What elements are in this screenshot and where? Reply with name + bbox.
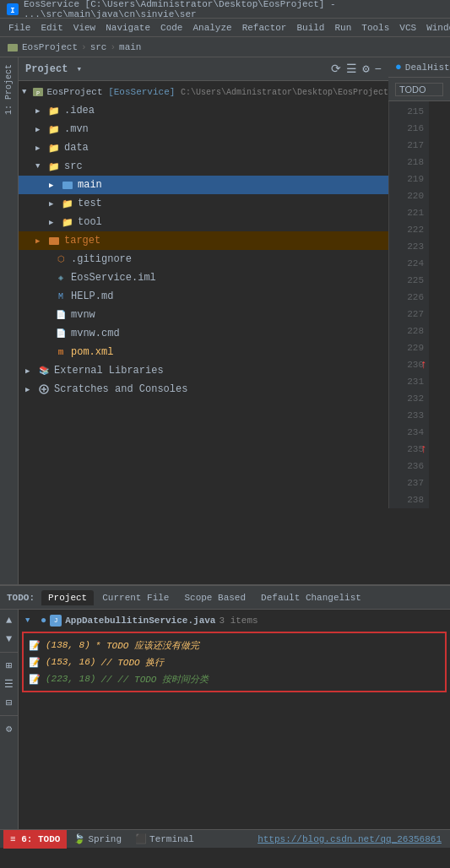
tree-item-main[interactable]: ▶ main (19, 176, 388, 194)
todo-down-btn[interactable]: ▼ (2, 632, 17, 647)
todo-item-3[interactable]: 📝 (223, 18) // // TODO 按时间分类 (27, 670, 442, 687)
todo-item-1[interactable]: 📝 (138, 8) * TODO 应该还没有做完 (27, 637, 442, 654)
todo-side-buttons: ▲ ▼ ⊞ ☰ ⊟ ⚙ (0, 610, 19, 829)
window-title: EosService [C:\Users\Administrator\Deskt… (24, 0, 443, 19)
todo-item-icon-3: 📝 (29, 674, 41, 685)
panel-title: Project (25, 63, 68, 75)
menu-tools[interactable]: Tools (356, 21, 394, 35)
gutter-arrow-230: ↑ (420, 358, 427, 372)
todo-group-btn[interactable]: ☰ (2, 676, 17, 692)
tree-item-mvnw[interactable]: 📄 mvnw (19, 306, 388, 324)
panel-filter-icon[interactable]: ☰ (346, 62, 357, 76)
breadcrumb-main[interactable]: main (119, 42, 141, 52)
tab-default-changelist[interactable]: Default Changelist (254, 590, 368, 605)
breadcrumb-folder-icon (7, 41, 19, 53)
menu-navigate[interactable]: Navigate (100, 21, 155, 35)
tree-item-tool[interactable]: ▶ 📁 tool (19, 213, 388, 231)
todo-tab-bar: TODO: Project Current File Scope Based D… (0, 586, 450, 610)
project-panel: Project ▾ ⟳ ☰ ⚙ − ▼ P EosProject [EosSer… (19, 57, 388, 584)
todo-item-icon-2: 📝 (29, 657, 41, 668)
status-url[interactable]: https://blog.csdn.net/qq_26356861 (252, 834, 447, 844)
tree-item-pom[interactable]: m pom.xml (19, 343, 388, 361)
menu-file[interactable]: File (3, 21, 35, 35)
svg-rect-3 (8, 46, 12, 52)
todo-items-box: 📝 (138, 8) * TODO 应该还没有做完 📝 (153, 16) //… (22, 632, 447, 692)
tree-item-help[interactable]: M HELP.md (19, 287, 388, 306)
breadcrumb-src[interactable]: src (90, 42, 107, 52)
app-icon: I (7, 3, 19, 16)
status-spring[interactable]: 🍃 Spring (67, 830, 128, 849)
todo-item-content-3: // // TODO 按时间分类 (100, 673, 209, 686)
menu-vcs[interactable]: VCS (394, 21, 421, 35)
todo-search-input[interactable] (395, 83, 443, 96)
gutter-arrow-235: ↑ (420, 442, 427, 456)
panel-header: Project ▾ ⟳ ☰ ⚙ − (19, 57, 388, 81)
panel-sync-icon[interactable]: ⟳ (331, 62, 341, 76)
todo-file-header[interactable]: ▼ ● J AppDatebullitinService.java 3 item… (22, 613, 447, 628)
file-tree: ▼ P EosProject [EosService] C:\Users\Adm… (19, 81, 388, 584)
tree-item-mvn[interactable]: ▶ 📁 .mvn (19, 120, 388, 138)
tab-current-file[interactable]: Current File (95, 590, 176, 605)
status-bar: ≡ 6: TODO 🍃 Spring ⬛ Terminal https://bl… (0, 829, 450, 848)
tree-item-src[interactable]: ▼ 📁 src (19, 157, 388, 176)
deal-hist-tab[interactable]: ● DealHist (388, 57, 450, 78)
todo-status-button[interactable]: ≡ 6: TODO (3, 830, 67, 849)
tree-item-mvnw-cmd[interactable]: 📄 mvnw.cmd (19, 324, 388, 343)
todo-panel: TODO: Project Current File Scope Based D… (0, 584, 450, 829)
todo-item-text-3: (223, 18) (46, 674, 95, 684)
menu-analyze[interactable]: Analyze (187, 21, 236, 35)
menu-code[interactable]: Code (155, 21, 187, 35)
svg-rect-7 (49, 237, 59, 245)
svg-text:P: P (35, 90, 39, 97)
svg-text:I: I (10, 7, 14, 15)
todo-item-text-2: (153, 16) (46, 657, 95, 667)
todo-search-bar (388, 78, 450, 101)
tree-item-idea[interactable]: ▶ 📁 .idea (19, 101, 388, 120)
spring-icon: 🍃 (73, 833, 85, 844)
tree-item-data[interactable]: ▶ 📁 data (19, 138, 388, 157)
tab-scope-based[interactable]: Scope Based (177, 590, 252, 605)
tree-item-iml[interactable]: ◈ EosService.iml (19, 269, 388, 287)
tree-root[interactable]: ▼ P EosProject [EosService] C:\Users\Adm… (19, 83, 388, 101)
sidebar-tab-project[interactable]: 1: Project (2, 57, 16, 122)
status-terminal[interactable]: ⬛ Terminal (128, 830, 201, 849)
todo-expand-btn[interactable]: ⊞ (2, 658, 17, 673)
menu-view[interactable]: View (68, 21, 100, 35)
todo-item-icon-1: 📝 (29, 640, 41, 651)
breadcrumb: EosProject › src › main (0, 37, 450, 57)
panel-settings-icon[interactable]: ⚙ (362, 62, 369, 76)
title-bar: I EosService [C:\Users\Administrator\Des… (0, 0, 450, 19)
todo-content: ▲ ▼ ⊞ ☰ ⊟ ⚙ ▼ ● J AppDatebullitinService… (0, 610, 450, 829)
todo-settings-btn[interactable]: ⚙ (2, 721, 17, 736)
line-number-gutter: 215 216 217 218 219 220 221 222 223 224 … (388, 101, 429, 508)
todo-file-count: 3 items (219, 616, 258, 626)
todo-filter-btn[interactable]: ⊟ (2, 695, 17, 710)
menu-run[interactable]: Run (329, 21, 356, 35)
todo-label: TODO: (7, 593, 35, 603)
todo-main: ▼ ● J AppDatebullitinService.java 3 item… (19, 610, 450, 829)
todo-item-content-1: * TODO 应该还没有做完 (95, 639, 199, 652)
todo-item-content-2: // TODO 换行 (100, 656, 164, 669)
menu-window[interactable]: Window (421, 21, 450, 35)
todo-item-text-1: (138, 8) (46, 640, 90, 650)
menu-bar: File Edit View Navigate Code Analyze Ref… (0, 19, 450, 37)
todo-file-name: AppDatebullitinService.java (65, 616, 215, 626)
menu-build[interactable]: Build (291, 21, 329, 35)
terminal-icon: ⬛ (135, 833, 147, 844)
todo-item-2[interactable]: 📝 (153, 16) // TODO 换行 (27, 654, 442, 670)
tree-item-test[interactable]: ▶ 📁 test (19, 194, 388, 213)
menu-edit[interactable]: Edit (35, 21, 68, 35)
tree-item-ext-libs[interactable]: ▶ 📚 External Libraries (19, 361, 388, 380)
todo-up-btn[interactable]: ▲ (2, 613, 17, 628)
tree-item-gitignore[interactable]: ⬡ .gitignore (19, 250, 388, 269)
tree-item-scratches[interactable]: ▶ Scratches and Consoles (19, 380, 388, 399)
tab-project[interactable]: Project (41, 590, 94, 605)
tree-item-target[interactable]: ▶ target (19, 231, 388, 250)
deal-hist-icon: ● (395, 61, 402, 73)
svg-rect-6 (62, 182, 73, 189)
menu-refactor[interactable]: Refactor (237, 21, 292, 35)
panel-minimize-icon[interactable]: − (375, 62, 382, 76)
breadcrumb-eos-project[interactable]: EosProject (22, 42, 78, 52)
